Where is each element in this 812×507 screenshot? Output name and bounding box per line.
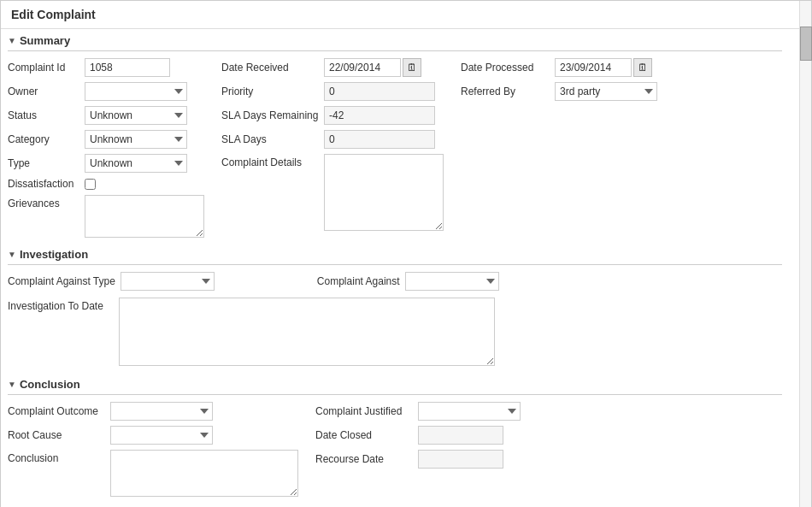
- complaint-id-row: Complaint Id: [8, 58, 204, 77]
- complaint-outcome-select[interactable]: [110, 402, 213, 421]
- grievances-textarea[interactable]: [85, 195, 204, 238]
- conclusion-section-header[interactable]: ▼ Conclusion: [8, 373, 782, 395]
- complaint-outcome-row: Complaint Outcome: [8, 402, 298, 421]
- date-received-label: Date Received: [221, 62, 324, 74]
- dissatisfaction-label: Dissatisfaction: [8, 178, 85, 190]
- complaint-justified-row: Complaint Justified: [315, 402, 782, 421]
- date-processed-row: Date Processed 🗓: [461, 58, 782, 77]
- investigation-to-date-textarea[interactable]: [119, 298, 495, 366]
- root-cause-label: Root Cause: [8, 429, 110, 441]
- owner-label: Owner: [8, 85, 85, 97]
- scrollbar-thumb[interactable]: [800, 27, 812, 61]
- category-label: Category: [8, 133, 85, 145]
- grievances-label: Grievances: [8, 195, 85, 209]
- date-received-calendar-icon[interactable]: 🗓: [403, 58, 421, 77]
- date-processed-calendar-icon[interactable]: 🗓: [633, 58, 652, 77]
- complaint-id-input[interactable]: [85, 58, 170, 77]
- dissatisfaction-row: Dissatisfaction: [8, 178, 204, 190]
- complaint-details-label: Complaint Details: [221, 154, 324, 168]
- conclusion-section-title: Conclusion: [20, 378, 80, 391]
- category-select[interactable]: Unknown: [85, 130, 187, 149]
- investigation-form: Complaint Against Type Complaint Against: [8, 272, 782, 291]
- root-cause-row: Root Cause: [8, 426, 298, 445]
- investigation-section-header[interactable]: ▼ Investigation: [8, 243, 782, 265]
- status-select[interactable]: Unknown: [85, 106, 187, 125]
- investigation-to-date-label: Investigation To Date: [8, 298, 119, 312]
- sla-days-input[interactable]: [324, 130, 435, 149]
- complaint-against-group: Complaint Against: [317, 272, 499, 291]
- type-select[interactable]: Unknown: [85, 154, 187, 173]
- owner-select[interactable]: [85, 82, 187, 101]
- referred-by-label: Referred By: [461, 85, 555, 97]
- sla-days-remaining-input[interactable]: [324, 106, 435, 125]
- date-processed-input[interactable]: [555, 58, 632, 77]
- date-received-row: Date Received 🗓: [221, 58, 444, 77]
- conclusion-textarea[interactable]: [110, 450, 298, 497]
- page-container: Edit Complaint ▼ Summary Complaint Id Ow…: [0, 0, 812, 507]
- date-received-wrap: 🗓: [324, 58, 421, 77]
- complaint-against-select[interactable]: [405, 272, 499, 291]
- conclusion-right-col: Complaint Justified Date Closed Recourse…: [315, 402, 782, 502]
- conclusion-triangle-icon: ▼: [8, 380, 16, 389]
- type-label: Type: [8, 157, 85, 169]
- content-area: ▼ Summary Complaint Id Owner Status: [1, 29, 799, 507]
- summary-col1: Complaint Id Owner Status Unknown Ca: [8, 58, 204, 243]
- page-title: Edit Complaint: [1, 1, 811, 29]
- complaint-outcome-label: Complaint Outcome: [8, 405, 110, 417]
- root-cause-select[interactable]: [110, 426, 213, 445]
- summary-section-header[interactable]: ▼ Summary: [8, 29, 782, 51]
- investigation-triangle-icon: ▼: [8, 250, 16, 259]
- investigation-section-title: Investigation: [20, 248, 88, 261]
- summary-col2: Date Received 🗓 Priority SLA Days Remain…: [221, 58, 444, 243]
- referred-by-select[interactable]: 3rd party: [555, 82, 657, 101]
- conclusion-text-row: Conclusion: [8, 450, 298, 497]
- investigation-to-date-row: Investigation To Date: [8, 298, 782, 366]
- sla-days-remaining-row: SLA Days Remaining: [221, 106, 444, 125]
- sla-days-label: SLA Days: [221, 133, 324, 145]
- date-processed-wrap: 🗓: [555, 58, 652, 77]
- summary-triangle-icon: ▼: [8, 36, 16, 45]
- owner-row: Owner: [8, 82, 204, 101]
- scrollbar[interactable]: [799, 1, 811, 507]
- sla-days-row: SLA Days: [221, 130, 444, 149]
- conclusion-left-col: Complaint Outcome Root Cause Conclusion: [8, 402, 298, 502]
- date-processed-label: Date Processed: [461, 62, 555, 74]
- priority-label: Priority: [221, 85, 324, 97]
- conclusion-form: Complaint Outcome Root Cause Conclusion: [8, 402, 782, 502]
- summary-col3: Date Processed 🗓 Referred By 3rd party: [461, 58, 782, 243]
- conclusion-label: Conclusion: [8, 450, 110, 464]
- complaint-justified-select[interactable]: [418, 402, 521, 421]
- grievances-row: Grievances: [8, 195, 204, 238]
- status-label: Status: [8, 109, 85, 121]
- category-row: Category Unknown: [8, 130, 204, 149]
- recourse-date-input[interactable]: [418, 450, 503, 469]
- complaint-id-label: Complaint Id: [8, 62, 85, 74]
- complaint-against-type-select[interactable]: [121, 272, 215, 291]
- summary-form: Complaint Id Owner Status Unknown Ca: [8, 58, 782, 243]
- complaint-details-row: Complaint Details: [221, 154, 444, 231]
- recourse-date-row: Recourse Date: [315, 450, 782, 469]
- dissatisfaction-checkbox[interactable]: [85, 179, 96, 190]
- status-row: Status Unknown: [8, 106, 204, 125]
- priority-input[interactable]: [324, 82, 435, 101]
- priority-row: Priority: [221, 82, 444, 101]
- complaint-justified-label: Complaint Justified: [315, 405, 418, 417]
- summary-section-title: Summary: [20, 34, 70, 47]
- date-closed-label: Date Closed: [315, 429, 418, 441]
- recourse-date-label: Recourse Date: [315, 453, 418, 465]
- complaint-details-textarea[interactable]: [324, 154, 444, 231]
- date-closed-row: Date Closed: [315, 426, 782, 445]
- sla-days-remaining-label: SLA Days Remaining: [221, 109, 324, 121]
- date-closed-input[interactable]: [418, 426, 503, 445]
- referred-by-row: Referred By 3rd party: [461, 82, 782, 101]
- type-row: Type Unknown: [8, 154, 204, 173]
- complaint-against-type-group: Complaint Against Type: [8, 272, 215, 291]
- complaint-against-label: Complaint Against: [317, 275, 400, 287]
- date-received-input[interactable]: [324, 58, 401, 77]
- complaint-against-type-label: Complaint Against Type: [8, 275, 115, 287]
